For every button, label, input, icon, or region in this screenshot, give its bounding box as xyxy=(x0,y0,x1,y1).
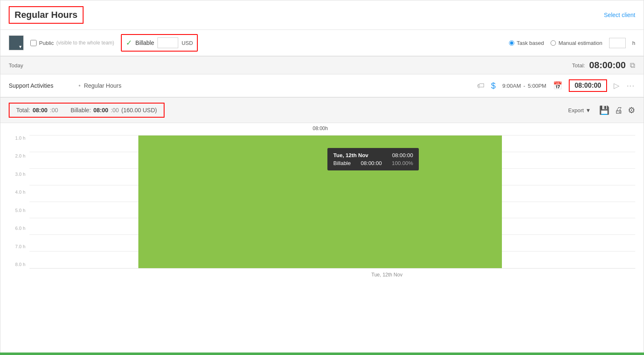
start-time[interactable]: 9:00AM xyxy=(502,83,521,89)
public-sublabel: (visible to the whole team) xyxy=(56,40,114,46)
billable-summary-bold: 08:00 xyxy=(93,107,108,113)
y-label-2: 2.0 h xyxy=(9,153,25,158)
tooltip-billable-pct: 100.00% xyxy=(392,160,413,166)
x-axis: Tue, 12th Nov xyxy=(9,272,635,278)
export-dropdown-icon: ▼ xyxy=(585,107,591,113)
total-summary-light: :00 xyxy=(50,107,58,113)
dropdown-arrow-icon: ▼ xyxy=(18,44,22,49)
total-time-group: Total: 08:00:00 ⧉ xyxy=(572,60,635,71)
color-picker-button[interactable]: ▼ xyxy=(9,35,24,50)
billable-label: Billable xyxy=(135,39,154,46)
export-label: Export xyxy=(568,107,584,113)
tooltip-billable-row: Billable 08:00:00 100.00% xyxy=(333,160,413,166)
total-label: Total: xyxy=(572,62,585,69)
time-range: 9:00AM - 5:00PM xyxy=(502,83,546,89)
manual-radio-label[interactable]: Manual estimation xyxy=(551,40,602,46)
billable-amount-label: (160.00 USD) xyxy=(121,107,157,113)
today-label: Today xyxy=(9,62,23,69)
public-checkbox-label[interactable]: Public (visible to the whole team) xyxy=(30,40,114,46)
controls-section: ▼ Public (visible to the whole team) ✓ B… xyxy=(0,30,644,57)
chart-wrapper: 8.0 h 7.0 h 6.0 h 5.0 h 4.0 h 3.0 h 2.0 … xyxy=(9,136,635,269)
today-bar: Today Total: 08:00:00 ⧉ xyxy=(0,57,644,74)
total-summary-label: Total: xyxy=(16,107,30,113)
y-label-6: 6.0 h xyxy=(9,226,25,231)
bar-container: 08:00h Tue, 12th Nov 08:00:00 Billable 0… xyxy=(138,136,502,268)
summary-bar: Total: 08:00:00 Billable: 08:00:00 (160.… xyxy=(0,98,644,123)
more-options-icon[interactable]: ⋮ xyxy=(626,82,635,89)
y-label-8: 8.0 h xyxy=(9,262,25,267)
dash: - xyxy=(524,83,525,89)
task-based-label: Task based xyxy=(517,40,544,46)
total-time-display: 08:00:00 xyxy=(589,60,626,71)
bottom-bar xyxy=(0,353,644,355)
y-label-4: 4.0 h xyxy=(9,190,25,195)
end-time[interactable]: 5:00PM xyxy=(528,83,546,89)
public-checkbox[interactable] xyxy=(30,40,37,46)
hours-unit-label: h xyxy=(632,40,635,46)
chart-area: 08:00h Tue, 12th Nov 08:00:00 Billable 0… xyxy=(29,136,635,269)
y-axis: 8.0 h 7.0 h 6.0 h 5.0 h 4.0 h 3.0 h 2.0 … xyxy=(9,136,29,269)
task-based-radio-label[interactable]: Task based xyxy=(509,40,544,46)
tooltip-billable-label: Billable xyxy=(333,160,351,166)
dollar-icon[interactable]: $ xyxy=(491,81,496,91)
public-label: Public xyxy=(39,40,54,46)
project-name: Support Activities xyxy=(9,82,75,89)
y-label-3: 3.0 h xyxy=(9,172,25,177)
entry-icons: 🏷 $ 9:00AM - 5:00PM 📅 08:00:00 ▷ ⋮ xyxy=(477,79,635,92)
billable-currency-label: USD xyxy=(182,40,193,46)
x-label: Tue, 12th Nov xyxy=(138,272,635,278)
summary-actions: Export ▼ 💾 🖨 ⚙ xyxy=(565,105,635,115)
y-label-5: 5.0 h xyxy=(9,208,25,213)
billable-checkmark-icon: ✓ xyxy=(126,38,132,47)
task-name: Regular Hours xyxy=(84,82,477,89)
export-button[interactable]: Export ▼ xyxy=(565,106,594,115)
billable-summary-light: :00 xyxy=(111,107,119,113)
time-entry-row: Support Activities • Regular Hours 🏷 $ 9… xyxy=(0,74,644,98)
print-icon-button[interactable]: 🖨 xyxy=(615,106,623,115)
tooltip-date-row: Tue, 12th Nov 08:00:00 xyxy=(333,152,413,158)
play-icon[interactable]: ▷ xyxy=(614,81,619,90)
chart-bar[interactable]: 08:00h Tue, 12th Nov 08:00:00 Billable 0… xyxy=(138,136,502,268)
header-section: Regular Hours Select client xyxy=(0,0,644,30)
summary-totals: Total: 08:00:00 Billable: 08:00:00 (160.… xyxy=(9,103,165,118)
task-based-radio[interactable] xyxy=(509,40,514,46)
billable-summary-label: Billable: xyxy=(71,107,91,113)
select-client-link[interactable]: Select client xyxy=(604,12,635,18)
save-icon-button[interactable]: 💾 xyxy=(599,105,610,115)
duration-badge: 08:00:00 xyxy=(569,79,607,92)
estimation-group: Task based Manual estimation 0 h xyxy=(509,38,636,48)
project-title: Regular Hours xyxy=(9,6,84,24)
manual-radio[interactable] xyxy=(551,40,556,46)
total-summary-bold: 08:00 xyxy=(32,107,47,113)
dot-separator: • xyxy=(79,82,81,89)
bar-label: 08:00h xyxy=(312,126,328,131)
chart-section: 8.0 h 7.0 h 6.0 h 5.0 h 4.0 h 3.0 h 2.0 … xyxy=(0,123,644,286)
billable-summary-item: Billable: 08:00:00 (160.00 USD) xyxy=(71,107,157,113)
tag-icon[interactable]: 🏷 xyxy=(477,81,484,90)
tooltip-date: Tue, 12th Nov xyxy=(333,152,368,158)
tooltip-time: 08:00:00 xyxy=(392,152,413,158)
y-label-1: 1.0 h xyxy=(9,136,25,141)
y-label-7: 7.0 h xyxy=(9,244,25,249)
billable-amount-input[interactable]: 20 xyxy=(157,37,178,48)
chart-tooltip: Tue, 12th Nov 08:00:00 Billable 08:00:00… xyxy=(327,148,419,170)
copy-icon[interactable]: ⧉ xyxy=(630,61,635,70)
hours-input[interactable]: 0 xyxy=(609,38,626,48)
tooltip-billable-time: 08:00:00 xyxy=(361,160,382,166)
settings-icon-button[interactable]: ⚙ xyxy=(628,105,635,115)
total-summary-item: Total: 08:00:00 xyxy=(16,107,58,113)
billable-group: ✓ Billable 20 USD xyxy=(121,34,198,52)
calendar-icon[interactable]: 📅 xyxy=(553,81,562,90)
manual-label: Manual estimation xyxy=(558,40,602,46)
